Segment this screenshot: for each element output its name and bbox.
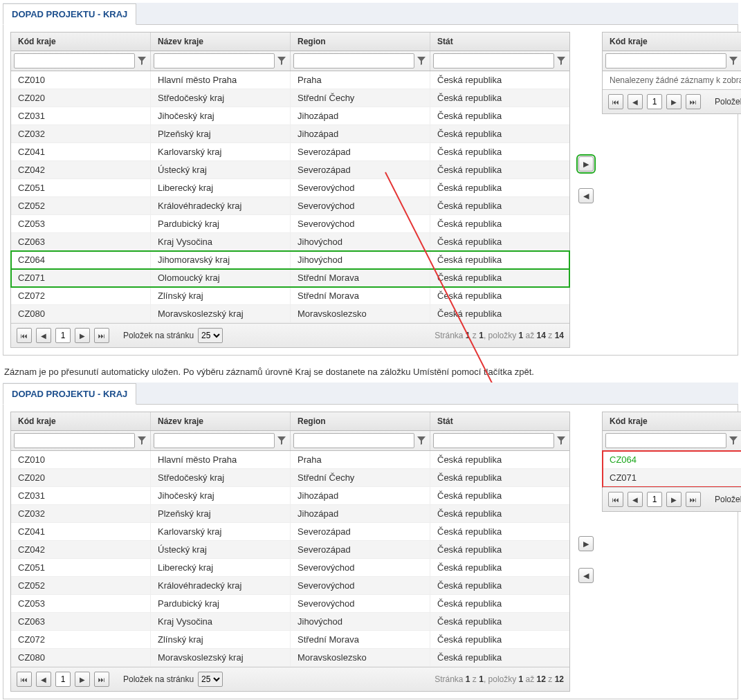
table-row[interactable]: CZ020Středočeský krajStřední ČechyČeská … <box>11 469 569 487</box>
pager-next-icon[interactable]: ▶ <box>666 492 681 507</box>
table-row[interactable]: CZ032Plzeňský krajJihozápadČeská republi… <box>11 505 569 523</box>
filter-icon[interactable] <box>276 55 287 66</box>
filter-icon[interactable] <box>416 55 427 66</box>
pager-last-icon[interactable]: ⏭ <box>94 672 109 687</box>
table-row[interactable]: CZ064Jihomoravský krajJihovýchodČeská re… <box>11 251 569 269</box>
pager-first-icon[interactable]: ⏮ <box>17 672 32 687</box>
table-row[interactable]: CZ071Olomoucký krajStřední MoravaČeská r… <box>603 469 741 487</box>
tab-dopad-projektu-kraj[interactable]: DOPAD PROJEKTU - KRAJ <box>3 3 136 25</box>
pager-first-icon[interactable]: ⏮ <box>608 94 623 109</box>
table-row[interactable]: CZ071Olomoucký krajStřední MoravaČeská r… <box>11 269 569 287</box>
filter-kod[interactable] <box>605 53 726 68</box>
pager-last-icon[interactable]: ⏭ <box>686 492 701 507</box>
col-nazev[interactable]: Název kraje <box>151 412 291 431</box>
filter-icon[interactable] <box>556 435 567 446</box>
section-after: DOPAD PROJEKTU - KRAJ Kód kraje Název kr… <box>3 383 738 699</box>
cell-region: Severovýchod <box>291 559 430 577</box>
cell-stat: Česká republika <box>430 523 570 541</box>
filter-region[interactable] <box>293 433 414 448</box>
table-row[interactable]: CZ053Pardubický krajSeverovýchodČeská re… <box>11 595 569 613</box>
pager-first-icon[interactable]: ⏮ <box>608 492 623 507</box>
col-nazev[interactable]: Název kraje <box>151 33 291 51</box>
filter-stat[interactable] <box>433 433 554 448</box>
table-row[interactable]: CZ031Jihočeský krajJihozápadČeská republ… <box>11 107 569 125</box>
pager-first-icon[interactable]: ⏮ <box>17 328 32 343</box>
move-left-button[interactable]: ◀ <box>578 568 594 583</box>
filter-icon[interactable] <box>556 55 567 66</box>
pager-next-icon[interactable]: ▶ <box>666 94 681 109</box>
col-kod[interactable]: Kód kraje <box>603 412 741 431</box>
pager-next-icon[interactable]: ▶ <box>75 672 90 687</box>
pager-perpage-select[interactable]: 25 <box>198 672 223 687</box>
move-left-button[interactable]: ◀ <box>578 188 594 203</box>
table-row[interactable]: CZ063Kraj VysočinaJihovýchodČeská republ… <box>11 233 569 251</box>
pager-prev-icon[interactable]: ◀ <box>36 328 51 343</box>
table-row[interactable]: CZ010Hlavní město PrahaPrahaČeská republ… <box>11 71 569 89</box>
pager-page-input[interactable] <box>647 94 662 109</box>
move-right-button[interactable]: ▶ <box>578 536 594 551</box>
table-row[interactable]: CZ080Moravskoslezský krajMoravskoslezsko… <box>11 649 569 667</box>
filter-nazev[interactable] <box>154 53 275 68</box>
table-row[interactable]: CZ042Ústecký krajSeverozápadČeská republ… <box>11 541 569 559</box>
pager-page-input[interactable] <box>647 492 662 507</box>
table-row[interactable]: CZ053Pardubický krajSeverovýchodČeská re… <box>11 215 569 233</box>
filter-kod[interactable] <box>14 433 135 448</box>
table-row[interactable]: CZ080Moravskoslezský krajMoravskoslezsko… <box>11 305 569 323</box>
pager-prev-icon[interactable]: ◀ <box>628 94 643 109</box>
cell-nazev: Hlavní město Praha <box>151 71 291 89</box>
cell-nazev: Moravskoslezský kraj <box>151 305 291 323</box>
col-region[interactable]: Region <box>291 412 430 431</box>
filter-icon[interactable] <box>136 435 147 446</box>
pager-last-icon[interactable]: ⏭ <box>94 328 109 343</box>
table-row[interactable]: CZ020Středočeský krajStřední ČechyČeská … <box>11 89 569 107</box>
col-kod[interactable]: Kód kraje <box>603 33 741 51</box>
table-row[interactable]: CZ064Jihomoravský krajJihovýchodČeská re… <box>603 451 741 469</box>
table-row[interactable]: CZ032Plzeňský krajJihozápadČeská republi… <box>11 125 569 143</box>
filter-icon[interactable] <box>416 435 427 446</box>
pager-prev-icon[interactable]: ◀ <box>628 492 643 507</box>
filter-region[interactable] <box>293 53 414 68</box>
table-row[interactable]: CZ052Královéhradecký krajSeverovýchodČes… <box>11 577 569 595</box>
filter-nazev[interactable] <box>154 433 275 448</box>
filter-stat[interactable] <box>433 53 554 68</box>
move-right-button[interactable]: ▶ <box>578 156 594 172</box>
filter-kod[interactable] <box>14 53 135 68</box>
cell-stat: Česká republika <box>430 251 570 269</box>
col-kod[interactable]: Kód kraje <box>11 412 151 431</box>
filter-icon[interactable] <box>728 435 739 446</box>
col-region[interactable]: Region <box>291 33 430 51</box>
table-row[interactable]: CZ072Zlínský krajStřední MoravaČeská rep… <box>11 287 569 305</box>
cell-stat: Česká republika <box>430 451 570 469</box>
table-row[interactable]: CZ041Karlovarský krajSeverozápadČeská re… <box>11 143 569 161</box>
cell-nazev: Jihočeský kraj <box>151 487 291 505</box>
table-row[interactable]: CZ042Ústecký krajSeverozápadČeská republ… <box>11 161 569 179</box>
filter-kod[interactable] <box>605 433 726 448</box>
col-stat[interactable]: Stát <box>430 33 570 51</box>
cell-region: Moravskoslezsko <box>291 649 430 667</box>
table-row[interactable]: CZ051Liberecký krajSeverovýchodČeská rep… <box>11 179 569 197</box>
cell-stat: Česká republika <box>430 469 570 487</box>
table-row[interactable]: CZ041Karlovarský krajSeverozápadČeská re… <box>11 523 569 541</box>
col-kod[interactable]: Kód kraje <box>11 33 151 51</box>
cell-kod: CZ052 <box>11 197 151 215</box>
table-row[interactable]: CZ010Hlavní město PrahaPrahaČeská republ… <box>11 451 569 469</box>
pager-prev-icon[interactable]: ◀ <box>36 672 51 687</box>
cell-nazev: Moravskoslezský kraj <box>151 649 291 667</box>
filter-icon[interactable] <box>136 55 147 66</box>
cell-nazev: Jihomoravský kraj <box>151 251 291 269</box>
pager-page-input[interactable] <box>55 672 71 687</box>
tab-dopad-projektu-kraj[interactable]: DOPAD PROJEKTU - KRAJ <box>3 383 136 405</box>
pager-perpage-select[interactable]: 25 <box>198 328 223 343</box>
table-row[interactable]: CZ052Královéhradecký krajSeverovýchodČes… <box>11 197 569 215</box>
table-row[interactable]: CZ051Liberecký krajSeverovýchodČeská rep… <box>11 559 569 577</box>
filter-icon[interactable] <box>728 55 739 66</box>
table-row[interactable]: CZ072Zlínský krajStřední MoravaČeská rep… <box>11 631 569 649</box>
table-row[interactable]: CZ031Jihočeský krajJihozápadČeská republ… <box>11 487 569 505</box>
cell-stat: Česká republika <box>430 197 570 215</box>
filter-icon[interactable] <box>276 435 287 446</box>
pager-next-icon[interactable]: ▶ <box>75 328 90 343</box>
pager-last-icon[interactable]: ⏭ <box>686 94 701 109</box>
table-row[interactable]: CZ063Kraj VysočinaJihovýchodČeská republ… <box>11 613 569 631</box>
col-stat[interactable]: Stát <box>430 412 570 431</box>
pager-page-input[interactable] <box>55 328 71 343</box>
